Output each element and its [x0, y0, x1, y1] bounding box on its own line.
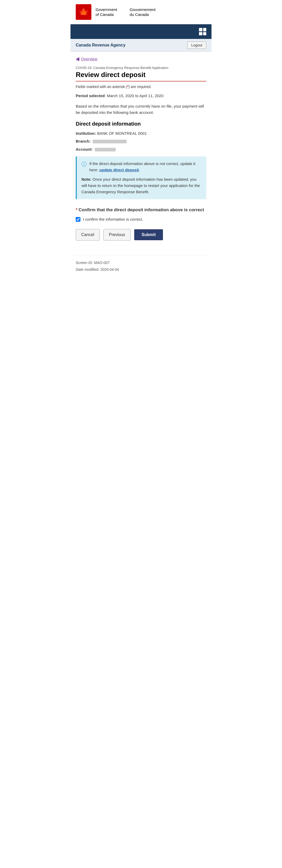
- gov-name-fr: Gouvernement du Canada: [130, 7, 156, 17]
- branch-label: Branch:: [76, 139, 91, 143]
- account-row: Account:: [76, 147, 206, 153]
- gov-header: 🍁 Government of Canada Gouvernement du C…: [70, 0, 212, 24]
- menu-icon-cell: [203, 32, 207, 35]
- previous-button[interactable]: Previous: [103, 229, 131, 241]
- overview-link[interactable]: ◀ Overview: [76, 56, 97, 62]
- nav-bar: [70, 24, 212, 39]
- deposit-info-heading: Direct deposit information: [76, 121, 206, 127]
- menu-icon-cell: [199, 32, 202, 35]
- confirm-checkbox-row: I confirm the information is correct.: [76, 217, 206, 222]
- info-box-text-suffix: .: [139, 168, 140, 172]
- branch-value-redacted: [93, 140, 127, 143]
- menu-icon-cell: [203, 28, 207, 31]
- main-content: ◀ Overview COVID-19: Canada Emergency Re…: [70, 52, 212, 255]
- button-row: Cancel Previous Submit: [76, 229, 206, 241]
- info-box: ⓘ If the direct deposit information abov…: [76, 156, 206, 199]
- confirm-label-text: Confirm that the direct deposit informat…: [79, 207, 204, 212]
- note-label: Note:: [82, 177, 91, 182]
- agency-name: Canada Revenue Agency: [76, 43, 126, 48]
- logout-button[interactable]: Logout: [187, 41, 206, 49]
- info-box-header: ⓘ If the direct deposit information abov…: [82, 161, 201, 173]
- cancel-button[interactable]: Cancel: [76, 229, 100, 241]
- confirm-checkbox-label[interactable]: I confirm the information is correct.: [83, 217, 143, 221]
- update-direct-deposit-link[interactable]: update direct deposit: [99, 168, 139, 172]
- submit-button[interactable]: Submit: [134, 229, 163, 240]
- confirm-checkbox[interactable]: [76, 217, 81, 222]
- institution-row: Institution: BANK OF MONTREAL 0001: [76, 130, 206, 136]
- required-note-prefix: Fields marked with an asterisk (: [76, 85, 127, 89]
- branch-row: Branch:: [76, 138, 206, 145]
- page-subtitle: COVID-19: Canada Emergency Response Bene…: [76, 66, 206, 70]
- info-box-main-text: If the direct deposit information above …: [89, 161, 201, 173]
- period-value: March 15, 2020 to April 11, 2020: [107, 93, 163, 98]
- menu-icon[interactable]: [199, 28, 206, 35]
- screen-id: Screen ID: MAO-007: [76, 260, 206, 265]
- maple-leaf-logo: 🍁: [76, 4, 91, 20]
- confirm-asterisk: *: [76, 207, 77, 212]
- info-paragraph: Based on the information that you curren…: [76, 103, 206, 116]
- period-selected: Period selected: March 15, 2020 to April…: [76, 93, 206, 99]
- institution-label: Institution:: [76, 131, 96, 135]
- deposit-info: Institution: BANK OF MONTREAL 0001 Branc…: [76, 130, 206, 153]
- gov-name-en: Government of Canada: [96, 7, 117, 17]
- period-label: Period selected: [76, 93, 105, 98]
- date-modified: Date modified: 2020-04-04: [76, 268, 206, 272]
- account-value-redacted: [95, 148, 116, 151]
- back-arrow-icon: ◀: [76, 56, 80, 62]
- note-text: Once your direct deposit information has…: [82, 177, 200, 194]
- institution-value: BANK OF MONTREAL 0001: [97, 131, 147, 135]
- agency-bar: Canada Revenue Agency Logout: [70, 39, 212, 52]
- account-label: Account:: [76, 147, 93, 151]
- confirm-label: *Confirm that the direct deposit informa…: [76, 207, 206, 213]
- required-note-suffix: ) are required.: [128, 85, 152, 89]
- page-title: Review direct deposit: [76, 71, 206, 82]
- svg-text:🍁: 🍁: [78, 7, 89, 18]
- info-note: Note: Once your direct deposit informati…: [82, 176, 201, 195]
- required-fields-note: Fields marked with an asterisk (*) are r…: [76, 85, 206, 89]
- confirm-section: *Confirm that the direct deposit informa…: [76, 207, 206, 222]
- menu-icon-cell: [199, 28, 202, 31]
- overview-label: Overview: [81, 57, 97, 61]
- info-circle-icon: ⓘ: [82, 161, 87, 168]
- page-footer: Screen ID: MAO-007 Date modified: 2020-0…: [70, 255, 212, 279]
